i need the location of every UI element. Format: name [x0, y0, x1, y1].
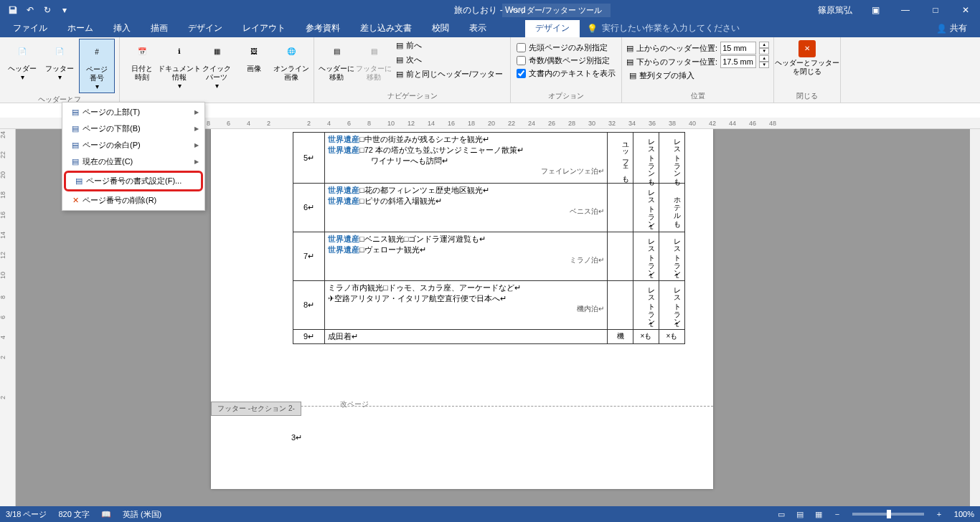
header-top-input[interactable] [720, 42, 756, 54]
footer-bottom-input[interactable] [720, 55, 756, 68]
document-page[interactable]: 5↵ 世界遺産□中世の街並みが残るシエナを観光↵ 世界遺産□72 本の塔が立ち並… [211, 129, 713, 489]
link-previous-button[interactable]: ▤前と同じヘッダー/フッター [393, 67, 506, 81]
save-icon[interactable] [6, 3, 20, 17]
show-text-checkbox[interactable]: 文書内のテキストを表示 [515, 67, 617, 80]
tab-view[interactable]: 表示 [459, 19, 496, 37]
language-indicator[interactable]: 英語 (米国) [123, 509, 161, 520]
close-hf-button[interactable]: ✕ヘッダーとフッター を閉じる [778, 39, 836, 77]
align-tab-button[interactable]: ▤整列タブの挿入 [626, 69, 769, 82]
tab-review[interactable]: 校閲 [422, 19, 459, 37]
zoom-slider[interactable] [852, 513, 924, 516]
next-icon: ▤ [396, 55, 403, 65]
redo-icon[interactable]: ↻ [40, 3, 55, 17]
tab-layout[interactable]: レイアウト [232, 19, 296, 37]
online-pictures-button[interactable]: 🌐オンライン 画像 [273, 39, 309, 83]
table-row: 8↵ ミラノ市内観光□ドゥモ、スカラ座、アーケードなど↵ ✈空路アリタリア・イタ… [293, 281, 685, 330]
table-row: 7↵ 世界遺産□ベニス観光□ゴンドラ運河遊覧も↵ 世界遺産□ヴェローナ観光↵ ミ… [293, 232, 685, 281]
page-top-icon: ▤ [68, 108, 83, 117]
page-number-button[interactable]: #ページ 番号▾ [79, 39, 115, 93]
zoom-out-button[interactable]: − [829, 508, 845, 521]
odd-even-checkbox[interactable]: 奇数/偶数ページ別指定 [515, 54, 617, 67]
goto-header-icon: ▤ [325, 40, 348, 63]
table-row: 6↵ 世界遺産□花の都フィレンツェ歴史地区観光↵ 世界遺産□ピサの斜塔入場観光↵… [293, 184, 685, 232]
first-page-checkbox[interactable]: 先頭ページのみ別指定 [515, 42, 617, 54]
online-picture-icon: 🌐 [280, 40, 303, 63]
doc-info-icon: ℹ [168, 40, 191, 63]
user-name[interactable]: 篠原篤弘 [811, 4, 859, 16]
qat-more-icon[interactable]: ▾ [57, 3, 72, 17]
zoom-level[interactable]: 100% [954, 510, 974, 518]
footer-section-tag: フッター -セクション 2- [211, 402, 301, 416]
quick-parts-icon: ▦ [205, 40, 228, 63]
page-indicator[interactable]: 3/18 ページ [6, 509, 47, 520]
tab-home[interactable]: ホーム [57, 19, 103, 37]
word-count[interactable]: 820 文字 [58, 509, 89, 520]
tell-me-search[interactable]: 💡 実行したい作業を入力してください [580, 19, 747, 37]
table-row: 9↵ 成田着↵ 機 ×も ×も [293, 330, 685, 344]
maximize-icon[interactable]: □ [921, 0, 950, 20]
menu-format-page-number[interactable]: ▤ページ番号の書式設定(F)... [66, 173, 201, 189]
chevron-right-icon: ▶ [194, 109, 199, 115]
chevron-right-icon: ▶ [194, 125, 199, 132]
footer-icon: 📄 [48, 40, 71, 63]
tab-insert[interactable]: 挿入 [103, 19, 141, 37]
menu-page-margin[interactable]: ▤ページの余白(P)▶ [62, 137, 204, 153]
header-top-icon: ▤ [626, 44, 633, 53]
page-break-label: 改ページ [340, 399, 369, 409]
prev-icon: ▤ [396, 41, 403, 50]
footer-bottom-icon: ▤ [626, 57, 633, 67]
header-button[interactable]: 📄ヘッダー▾ [4, 39, 40, 83]
group-navigation: ナビゲーション [319, 90, 506, 103]
tab-design[interactable]: デザイン [178, 19, 232, 37]
undo-icon[interactable]: ↶ [23, 3, 37, 17]
chevron-right-icon: ▶ [194, 158, 199, 165]
menu-current-position[interactable]: ▤現在の位置(C)▶ [62, 153, 204, 170]
doc-info-button[interactable]: ℹドキュメント 情報▾ [161, 39, 197, 92]
menu-remove-page-number[interactable]: ✕ページ番号の削除(R) [62, 192, 204, 209]
ribbon-display-icon[interactable]: ▣ [861, 0, 890, 20]
goto-header-button[interactable]: ▤ヘッダーに 移動 [319, 39, 354, 83]
group-position: 位置 [626, 90, 769, 103]
contextual-tab-title: ヘッダー/フッター ツール [502, 4, 611, 17]
web-layout-icon[interactable]: ▦ [811, 508, 826, 521]
page-bottom-icon: ▤ [68, 124, 83, 133]
itinerary-table: 5↵ 世界遺産□中世の街並みが残るシエナを観光↵ 世界遺産□72 本の塔が立ち並… [293, 132, 685, 344]
format-icon: ▤ [72, 176, 86, 186]
footer-button[interactable]: 📄フッター▾ [42, 39, 77, 83]
close-x-icon: ✕ [798, 40, 816, 57]
page-number-icon: # [85, 41, 108, 64]
picture-icon: 🖼 [242, 40, 265, 63]
tab-references[interactable]: 参考資料 [296, 19, 350, 37]
close-icon[interactable]: ✕ [951, 0, 980, 20]
footer-bottom-spinner[interactable]: ▲▼ [759, 55, 769, 68]
page-number-menu: ▤ページの上部(T)▶ ▤ページの下部(B)▶ ▤ページの余白(P)▶ ▤現在の… [62, 102, 205, 211]
tab-mailings[interactable]: 差し込み文書 [350, 19, 422, 37]
footer-page-number[interactable]: 3↵ [291, 433, 302, 442]
group-options: オプション [515, 90, 617, 103]
spell-check-icon[interactable]: 📖 [101, 510, 111, 519]
group-close: 閉じる [778, 90, 836, 103]
print-layout-icon[interactable]: ▤ [792, 508, 808, 521]
menu-page-top[interactable]: ▤ページの上部(T)▶ [62, 104, 204, 120]
goto-footer-button: ▤フッターに 移動 [356, 39, 392, 83]
read-mode-icon[interactable]: ▭ [773, 508, 789, 521]
minimize-icon[interactable]: — [891, 0, 920, 20]
vertical-scrollbar[interactable] [970, 129, 980, 506]
calendar-icon: 📅 [131, 40, 154, 63]
pictures-button[interactable]: 🖼画像 [236, 39, 272, 75]
tab-draw[interactable]: 描画 [141, 19, 178, 37]
align-tab-icon: ▤ [629, 71, 636, 80]
previous-button[interactable]: ▤前へ [393, 39, 506, 52]
tab-file[interactable]: ファイル [3, 19, 57, 37]
zoom-in-button[interactable]: + [931, 508, 947, 521]
quick-parts-button[interactable]: ▦クイック パーツ▾ [199, 39, 235, 92]
tab-hf-design[interactable]: デザイン [525, 18, 580, 37]
menu-page-bottom[interactable]: ▤ページの下部(B)▶ [62, 120, 204, 137]
header-top-spinner[interactable]: ▲▼ [759, 42, 769, 54]
date-time-button[interactable]: 📅日付と 時刻 [124, 39, 160, 83]
chevron-right-icon: ▶ [194, 142, 199, 148]
vertical-ruler[interactable]: 242220181614121086422 [0, 129, 16, 506]
share-button[interactable]: 👤 共有 [926, 19, 977, 37]
header-icon: 📄 [11, 40, 34, 63]
next-button[interactable]: ▤次へ [393, 53, 506, 67]
